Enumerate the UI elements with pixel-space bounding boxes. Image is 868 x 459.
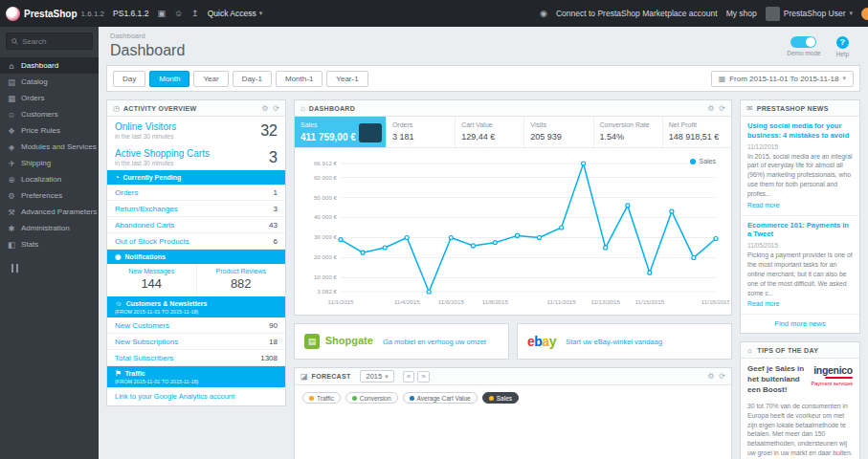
- sidebar-item-customers[interactable]: ☺Customers: [0, 106, 99, 122]
- svg-text:11/13/2015: 11/13/2015: [590, 298, 620, 305]
- sidebar-item-label: Localization: [21, 175, 61, 184]
- cart-icon[interactable]: ▣: [157, 9, 166, 18]
- out-of-stock-row[interactable]: Out of Stock Products6: [107, 233, 285, 250]
- kpi-visits[interactable]: Visits 205 939: [524, 117, 593, 147]
- sidebar-collapse-button[interactable]: [11, 264, 99, 273]
- sidebar-item-administration[interactable]: ✱Administration: [0, 220, 99, 236]
- legend-label: Conversion: [360, 395, 391, 402]
- sidebar-item-shipping[interactable]: ✈Shipping: [0, 155, 99, 171]
- google-analytics-link[interactable]: Link to your Google Analytics account: [107, 387, 285, 405]
- sidebar-item-label: Dashboard: [21, 61, 58, 70]
- forecast-legend-average-cart-value[interactable]: Average Cart Value: [403, 392, 478, 404]
- user-menu[interactable]: PrestaShop User ▾: [766, 7, 853, 21]
- refresh-icon[interactable]: ⟳: [273, 104, 279, 113]
- activity-panel-title: ACTIVITY OVERVIEW: [123, 105, 257, 112]
- find-more-news-link[interactable]: Find more news: [741, 315, 859, 333]
- search-input[interactable]: [22, 37, 87, 46]
- news-article-excerpt: Picking a payment provider is one of the…: [747, 251, 853, 297]
- my-shop-link[interactable]: My shop: [726, 9, 757, 18]
- prestashop-logo[interactable]: PrestaShop 1.6.1.2: [6, 7, 104, 21]
- kpi-cart-value[interactable]: Cart Value 129,44 €: [456, 117, 524, 147]
- localization-icon: ⊕: [7, 175, 16, 185]
- sidebar-item-localization[interactable]: ⊕Localization: [0, 171, 99, 187]
- sidebar-item-label: Price Rules: [21, 126, 60, 135]
- prev-year-button[interactable]: «: [403, 371, 414, 382]
- sidebar-item-label: Advanced Parameters: [21, 208, 97, 216]
- quick-access-menu[interactable]: Quick Access ▾: [208, 9, 263, 18]
- row-value: 90: [269, 321, 278, 330]
- pending-returns-row[interactable]: Return/Exchanges3: [107, 201, 285, 217]
- shopgate-brand: Shopgate: [325, 335, 373, 346]
- filter-year-button[interactable]: Year: [193, 71, 228, 87]
- forecast-legend-traffic[interactable]: Traffic: [302, 392, 341, 404]
- filter-month-minus-1-button[interactable]: Month-1: [276, 71, 323, 87]
- new-customers-row[interactable]: New Customers90: [107, 317, 285, 334]
- sidebar-item-preferences[interactable]: ⚙Preferences: [0, 187, 99, 204]
- sidebar-item-dashboard[interactable]: ⌂Dashboard: [0, 57, 99, 74]
- shopgate-link[interactable]: Ga mobiel en verhoog uw omzet: [383, 338, 486, 346]
- forecast-icon: ◪: [300, 372, 308, 381]
- news-article-link[interactable]: Ecommerce 101: Payments in a Tweet: [747, 221, 853, 240]
- kpi-orders[interactable]: Orders 3 181: [387, 117, 456, 147]
- abandoned-carts-row[interactable]: Abandoned Carts43: [107, 217, 285, 233]
- sidebar-item-modules[interactable]: ◈Modules and Services: [0, 139, 99, 155]
- row-label: Abandoned Carts: [115, 221, 174, 230]
- online-visitors-link[interactable]: Online Visitors: [115, 121, 176, 132]
- new-subscriptions-row[interactable]: New Subscriptions18: [107, 334, 285, 350]
- filter-day-button[interactable]: Day: [113, 71, 145, 87]
- marketplace-link[interactable]: Connect to PrestaShop Marketplace accoun…: [556, 9, 718, 18]
- help-control: ? Help: [836, 36, 849, 57]
- sidebar-item-price-rules[interactable]: ❖Price Rules: [0, 122, 99, 139]
- pending-orders-row[interactable]: Orders1: [107, 185, 285, 201]
- toggle-knob: [806, 37, 815, 47]
- sidebar-item-stats[interactable]: ◧Stats: [0, 236, 99, 252]
- traffic-section-header: ⚑Traffic (FROM 2015-11-01 TO 2015-11-18): [107, 366, 285, 387]
- brand-version: 1.6.1.2: [81, 10, 104, 18]
- row-label: New Subscriptions: [115, 338, 178, 346]
- demo-mode-toggle[interactable]: [790, 36, 816, 48]
- new-messages-stat[interactable]: New Messages 144: [107, 264, 196, 296]
- filter-month-button[interactable]: Month: [149, 71, 189, 87]
- gear-icon[interactable]: ⚙: [707, 372, 714, 381]
- refresh-icon[interactable]: ⟳: [719, 372, 725, 381]
- forecast-legend-conversion[interactable]: Conversion: [345, 392, 398, 404]
- forecast-year-select[interactable]: 2015 ▾: [360, 370, 393, 382]
- filter-year-minus-1-button[interactable]: Year-1: [326, 71, 367, 87]
- news-article-link[interactable]: Using social media for your business: 4 …: [747, 121, 853, 141]
- read-more-link[interactable]: Read more: [747, 202, 780, 208]
- sidebar-item-advanced-parameters[interactable]: ⚒Advanced Parameters: [0, 204, 99, 220]
- activity-panel-header: ◷ ACTIVITY OVERVIEW ⚙ ⟳: [107, 100, 285, 117]
- person-icon[interactable]: ☺: [174, 9, 183, 18]
- help-icon[interactable]: ?: [836, 36, 849, 49]
- sidebar-item-orders[interactable]: ▦Orders: [0, 90, 99, 106]
- kpi-sales[interactable]: Sales 411 759,00 €: [295, 117, 387, 147]
- user-name: PrestaShop User: [784, 9, 846, 18]
- read-more-link[interactable]: Read more: [747, 300, 780, 307]
- product-reviews-stat[interactable]: Product Reviews 882: [196, 264, 286, 296]
- kpi-net-profit[interactable]: Net Profit 148 918,51 €: [663, 117, 731, 147]
- chart-legend-sales[interactable]: Sales: [690, 158, 716, 164]
- total-subscribers-row[interactable]: Total Subscribers1308: [107, 350, 285, 366]
- notif-value: 882: [199, 276, 284, 291]
- refresh-icon[interactable]: ⟳: [719, 104, 725, 113]
- stats-icon: ◧: [7, 240, 16, 250]
- forecast-legend-sales[interactable]: Sales: [482, 392, 519, 404]
- currently-pending-section-header: ◔Currently Pending: [107, 170, 285, 185]
- ebay-link[interactable]: Start uw eBay-winkel vandaag: [566, 338, 662, 346]
- sidebar-item-catalog[interactable]: ▤Catalog: [0, 74, 99, 90]
- date-range-picker[interactable]: ▦ From 2015-11-01 To 2015-11-18 ▾: [711, 71, 854, 87]
- kpi-conversion-rate[interactable]: Conversion Rate 1.54%: [594, 117, 663, 147]
- breadcrumb[interactable]: Dashboard: [110, 32, 185, 40]
- sidebar-search: [6, 33, 93, 50]
- next-year-button[interactable]: »: [417, 371, 429, 382]
- active-carts-link[interactable]: Active Shopping Carts: [115, 148, 210, 159]
- gear-icon[interactable]: ⚙: [707, 104, 714, 113]
- filter-day-minus-1-button[interactable]: Day-1: [233, 71, 272, 87]
- forecast-panel-title: FORECAST: [312, 373, 351, 380]
- sidebar-item-label: Customers: [21, 110, 58, 119]
- sales-chart[interactable]: 66 912 €60 000 €50 000 €40 000 €30 000 €…: [295, 148, 731, 315]
- gear-icon[interactable]: ⚙: [261, 104, 268, 113]
- upload-icon[interactable]: ↥: [191, 9, 199, 18]
- clock-icon: ◷: [113, 104, 120, 113]
- avatar-badge: [861, 8, 868, 20]
